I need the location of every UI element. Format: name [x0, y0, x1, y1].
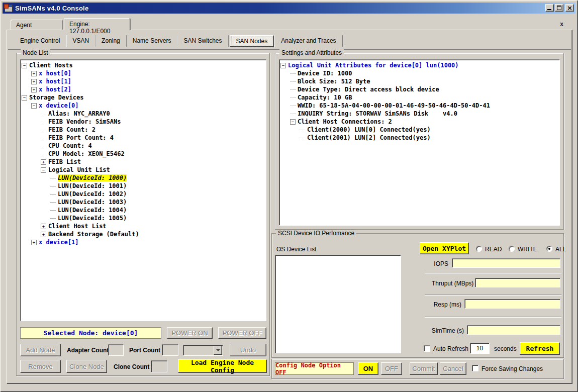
tab-engine-control[interactable]: Engine Control: [14, 35, 66, 47]
tree-item[interactable]: −Client Hosts: [22, 61, 265, 69]
tree-item-label[interactable]: Backend Storage (Default): [48, 231, 139, 238]
tree-item[interactable]: Block Size: 512 Byte: [280, 77, 558, 85]
power-on-button[interactable]: POWER ON: [167, 327, 213, 339]
adapter-count-input[interactable]: [108, 344, 124, 356]
commit-button[interactable]: Commit: [410, 362, 438, 375]
tree-item-label[interactable]: Client(2000) LUN[0] Connected(yes): [307, 126, 431, 133]
tab-agent-connections[interactable]: Agent Connections: [11, 20, 63, 30]
tree-item-label[interactable]: WWID: 65-18-5A-04-00-00-00-01-46-49-50-4…: [298, 102, 490, 109]
config-on-button[interactable]: ON: [358, 362, 378, 375]
tree-item[interactable]: −Client Host Connections: 2: [280, 118, 558, 126]
tree-item[interactable]: LUN(DeviceId: 1000): [22, 174, 265, 182]
clone-count-input[interactable]: [151, 360, 167, 372]
tree-item-label[interactable]: x host[1]: [39, 78, 71, 85]
title-bar[interactable]: SimSANs v4.0 Console ×: [3, 3, 575, 14]
expand-icon[interactable]: +: [41, 224, 46, 229]
node-type-combobox[interactable]: [183, 345, 223, 356]
tab-san-switches[interactable]: SAN Switches: [177, 35, 228, 47]
os-device-listbox[interactable]: [275, 255, 401, 353]
cancel-button[interactable]: Cancel: [440, 362, 466, 375]
tree-item[interactable]: LUN(DeviceId: 1004): [22, 206, 265, 214]
tree-item[interactable]: LUN(DeviceId: 1003): [22, 198, 265, 206]
write-radio[interactable]: [509, 246, 515, 252]
tree-item[interactable]: +Client Host List: [22, 222, 265, 230]
tree-item-label[interactable]: CPU Count: 4: [48, 142, 92, 149]
power-off-button[interactable]: POWER OFF: [218, 327, 266, 339]
tree-item[interactable]: CPU Count: 4: [22, 142, 265, 150]
tree-item-label[interactable]: LUN(DeviceId: 1000): [58, 174, 127, 181]
collapse-icon[interactable]: −: [22, 63, 27, 68]
tree-item-label[interactable]: FEIB Count: 2: [48, 126, 95, 133]
tree-item-label[interactable]: Alias: NYC_ARRAY0: [48, 110, 110, 117]
port-count-input[interactable]: [162, 344, 178, 356]
clone-node-button[interactable]: Clone Node: [66, 360, 107, 373]
tree-item[interactable]: CPU Model: XEON_E5462: [22, 150, 265, 158]
refresh-interval-input[interactable]: [470, 343, 490, 354]
load-engine-node-config-button[interactable]: Load Engine Node Config: [178, 359, 267, 373]
iops-input[interactable]: [452, 258, 560, 268]
tab-vsan[interactable]: VSAN: [66, 35, 95, 47]
tree-item-label[interactable]: Client Hosts: [29, 62, 73, 69]
tree-item-label[interactable]: Logical Unit List: [48, 166, 110, 173]
tree-item[interactable]: −Logical Unit Attributes for device[0] l…: [280, 61, 558, 69]
thruput-input[interactable]: [475, 278, 560, 287]
tree-item-label[interactable]: Capacity: 10 GB: [298, 94, 352, 101]
maximize-button[interactable]: [555, 4, 563, 12]
tree-item[interactable]: +FEIB List: [22, 158, 265, 166]
tree-item[interactable]: −Storage Devices: [22, 93, 265, 102]
chevron-down-icon[interactable]: [214, 346, 222, 355]
expand-icon[interactable]: +: [31, 87, 37, 92]
node-list-tree[interactable]: −Client Hosts+x host[0]+x host[1]+x host…: [20, 59, 266, 321]
read-radio[interactable]: [476, 246, 482, 252]
expand-icon[interactable]: +: [41, 159, 46, 165]
config-off-button[interactable]: OFF: [381, 362, 402, 375]
tree-item[interactable]: FEIB Port Count: 4: [22, 134, 265, 142]
expand-icon[interactable]: +: [31, 240, 37, 245]
tree-item-label[interactable]: CPU Model: XEON_E5462: [48, 150, 125, 157]
tree-item[interactable]: Alias: NYC_ARRAY0: [22, 110, 265, 118]
tree-item-label[interactable]: Device ID: 1000: [298, 70, 352, 77]
tree-item-label[interactable]: Client Host Connections: 2: [298, 118, 392, 125]
expand-icon[interactable]: +: [31, 79, 37, 84]
collapse-icon[interactable]: −: [280, 63, 286, 68]
undo-button[interactable]: Undo: [230, 344, 266, 356]
collapse-icon[interactable]: −: [41, 167, 46, 173]
settings-tree[interactable]: −Logical Unit Attributes for device[0] l…: [279, 59, 560, 226]
tree-item[interactable]: WWID: 65-18-5A-04-00-00-00-01-46-49-50-4…: [280, 102, 558, 110]
tree-item[interactable]: LUN(DeviceId: 1005): [22, 214, 265, 222]
expand-icon[interactable]: +: [31, 71, 37, 76]
refresh-button[interactable]: Refresh: [520, 342, 560, 355]
tab-name-servers[interactable]: Name Servers: [127, 35, 178, 47]
collapse-icon[interactable]: −: [22, 95, 27, 101]
tree-item-label[interactable]: FEIB Port Count: 4: [48, 134, 114, 141]
tree-item[interactable]: Device ID: 1000: [280, 69, 558, 77]
close-button[interactable]: ×: [565, 4, 574, 12]
tree-item-label[interactable]: Client(2001) LUN[2] Connected(yes): [307, 134, 431, 141]
tree-item-label[interactable]: x device[0]: [39, 102, 78, 109]
minimize-button[interactable]: [545, 4, 554, 12]
tree-item-label[interactable]: Storage Devices: [29, 94, 83, 101]
expand-icon[interactable]: +: [41, 232, 46, 237]
tree-item[interactable]: Client(2001) LUN[2] Connected(yes): [280, 134, 558, 142]
tree-item-label[interactable]: LUN(DeviceId: 1005): [58, 215, 127, 222]
tree-item-label[interactable]: x host[2]: [39, 86, 71, 93]
tree-item[interactable]: Capacity: 10 GB: [280, 93, 558, 102]
tree-item[interactable]: +x host[0]: [22, 69, 265, 77]
tab-engine[interactable]: Engine: 127.0.0.1/E000: [64, 18, 130, 30]
collapse-icon[interactable]: −: [31, 103, 37, 109]
add-node-button[interactable]: Add Node: [20, 344, 61, 356]
tree-item-label[interactable]: FEIB Vendor: SimSANs: [48, 118, 121, 125]
tree-item-label[interactable]: LUN(DeviceId: 1002): [58, 190, 127, 198]
simtime-input[interactable]: [467, 325, 560, 335]
tree-item[interactable]: FEIB Count: 2: [22, 126, 265, 134]
tree-item[interactable]: +Backend Storage (Default): [22, 230, 265, 238]
tree-item-label[interactable]: LUN(DeviceId: 1004): [58, 207, 127, 214]
tab-analyzer-and-traces[interactable]: Analyzer and Traces: [275, 35, 342, 47]
auto-refresh-checkbox[interactable]: [424, 345, 430, 352]
tree-item[interactable]: INQUIRY String: STORWAV SimSANs Disk v4.…: [280, 110, 558, 118]
remove-button[interactable]: Remove: [20, 360, 61, 373]
tree-item[interactable]: FEIB Vendor: SimSANs: [22, 118, 265, 126]
tree-item[interactable]: +x host[1]: [22, 77, 265, 85]
tab-zoning[interactable]: Zoning: [95, 35, 127, 47]
force-saving-checkbox[interactable]: [472, 365, 478, 371]
